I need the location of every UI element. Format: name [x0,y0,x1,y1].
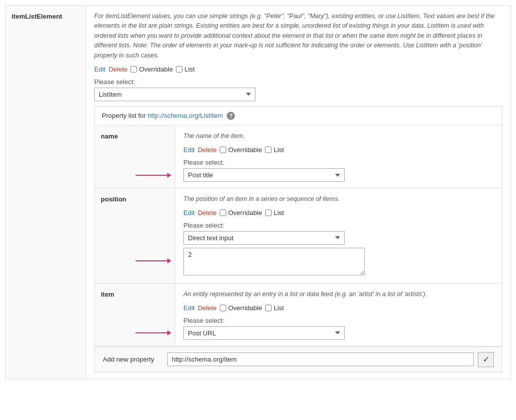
name-overridable-label[interactable]: Overridable [220,146,262,154]
name-edit-link[interactable]: Edit [183,146,195,154]
name-delete-link[interactable]: Delete [198,146,217,154]
position-property-label: position [95,188,175,283]
add-new-property-input[interactable] [167,353,474,366]
position-delete-link[interactable]: Delete [198,209,217,217]
schema-list-item-link[interactable]: http://schema.org/ListItem [148,112,223,119]
item-list-element-select-label: Please select: [94,78,502,86]
item-list-element-list-checkbox[interactable] [176,66,182,73]
position-list-checkbox[interactable] [265,209,272,216]
item-property-label: item [95,284,175,346]
add-new-property-button[interactable]: ✓ [478,352,494,367]
name-select[interactable]: Post title [183,168,345,182]
name-select-container: Please select: Post title [183,159,494,182]
item-list-element-overridable-checkbox[interactable] [131,66,137,73]
help-icon[interactable]: ? [227,112,235,120]
name-arrow [136,175,171,176]
position-textarea[interactable]: 2 [183,248,365,275]
item-list-element-delete-link[interactable]: Delete [108,65,127,73]
add-new-property-row: Add new property ✓ [95,346,502,372]
name-property-description: The name of the item. [183,131,494,141]
position-overridable-label[interactable]: Overridable [220,209,262,217]
position-overridable-checkbox[interactable] [220,209,226,216]
position-property-actions: Edit Delete Overridable List [183,209,494,217]
name-list-checkbox[interactable] [265,147,272,153]
position-select[interactable]: Direct text input [183,231,345,245]
item-list-element-select-container: Please select: ListItem [94,78,502,101]
item-list-element-content: For itemListElement values, you can use … [86,6,510,379]
item-list-checkbox[interactable] [265,305,272,311]
item-select-label: Please select: [183,317,345,324]
item-list-label[interactable]: List [265,304,284,312]
item-select[interactable]: Post URL [183,326,345,340]
position-edit-link[interactable]: Edit [183,209,195,217]
position-textarea-wrapper: 2 [183,245,365,277]
item-property-actions: Edit Delete Overridable List [183,304,494,312]
item-property-description: An entity represented by an entry in a l… [183,290,494,299]
name-select-label: Please select: [183,159,494,166]
add-new-property-label: Add new property [103,356,163,363]
name-property-row: name The name of the item. Edit Delete O… [95,125,502,188]
position-list-label[interactable]: List [265,209,284,217]
item-property-content: An entity represented by an entry in a l… [175,284,502,346]
page-wrapper: itemListElement For itemListElement valu… [0,5,516,379]
item-select-container: Please select: Post URL [183,317,345,340]
name-property-content: The name of the item. Edit Delete Overri… [175,125,502,188]
name-property-label: name [95,125,175,188]
item-list-element-list-label[interactable]: List [176,65,195,73]
position-arrow [136,260,171,261]
item-property-row: item An entity represented by an entry i… [95,284,502,346]
property-list-box: Property list for http://schema.org/List… [94,106,502,373]
item-edit-link[interactable]: Edit [183,304,195,312]
item-overridable-checkbox[interactable] [220,305,226,311]
item-list-element-actions: Edit Delete Overridable List [94,65,502,73]
name-property-actions: Edit Delete Overridable List [183,146,494,154]
item-list-element-description: For itemListElement values, you can use … [94,12,502,60]
item-arrow [136,332,171,333]
item-list-element-edit-link[interactable]: Edit [94,65,105,73]
item-list-element-overridable-label[interactable]: Overridable [131,65,173,73]
item-list-element-select[interactable]: ListItem [94,88,255,101]
position-property-content: The position of an item in a series or s… [175,188,502,283]
name-list-label[interactable]: List [265,146,284,154]
item-list-element-label: itemListElement [6,6,86,379]
property-list-header: Property list for http://schema.org/List… [95,107,502,126]
item-overridable-label[interactable]: Overridable [220,304,262,312]
position-property-row: position The position of an item in a se… [95,188,502,284]
position-select-label: Please select: [183,222,494,229]
item-list-element-section: itemListElement For itemListElement valu… [5,5,511,379]
item-delete-link[interactable]: Delete [198,304,217,312]
name-overridable-checkbox[interactable] [220,147,226,153]
position-property-description: The position of an item in a series or s… [183,194,494,204]
